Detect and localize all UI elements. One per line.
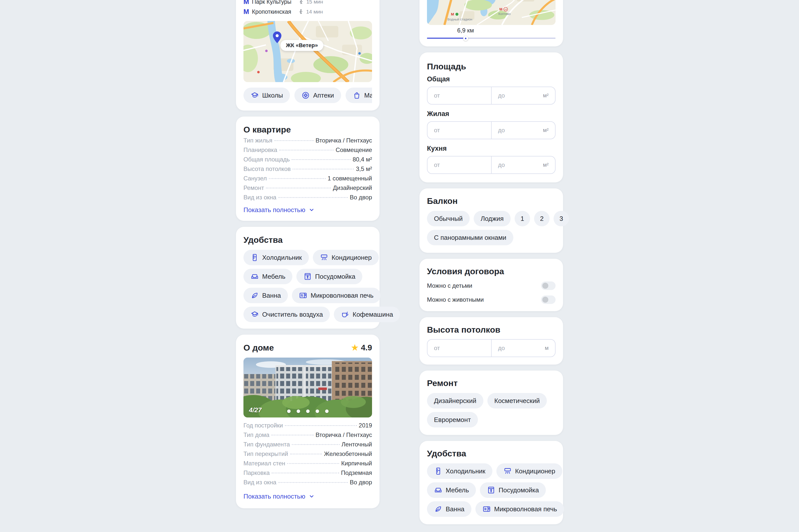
detail-row: Тип фундаментаЛенточный [243,441,372,451]
range-to[interactable]: м [491,340,555,357]
range-from[interactable] [427,122,491,139]
amenity-chip[interactable]: Мебель [243,269,292,284]
area-kitchen-to-input[interactable] [498,162,541,168]
area-kitchen-from-input[interactable] [434,162,485,168]
balcony-count-chip[interactable]: 1 [515,211,530,226]
amenity-chip[interactable]: Холодильник [243,250,309,265]
amenity-chip[interactable]: Кофемашина [334,307,400,322]
map-complex-label[interactable]: ЖК «Ветер» [280,40,323,51]
svg-text:14: 14 [504,8,507,11]
detail-row: Тип домаВторичка / Пентхаус [243,432,372,441]
range-from[interactable] [427,340,491,357]
unit-label: м² [543,92,549,99]
house-photo-carousel[interactable]: 4/27 [243,358,372,417]
renovation-chip[interactable]: Косметический [487,393,547,408]
area-living-to-input[interactable] [498,127,541,134]
metro-station-name: Кропоткинская [252,8,291,15]
detail-row: Материал стенКирпичный [243,460,372,469]
amenity-chip[interactable]: Холодильник [427,463,493,479]
walk-time: 15 мин [298,0,323,5]
area-total-label: Общая [427,75,556,83]
pets-allowed-toggle[interactable] [541,296,556,304]
toggle-row: Можно с детьми [427,281,556,291]
radius-distance-label: 6,9 км [457,27,474,34]
metro-row[interactable]: М Парк Культуры 15 мин [243,0,372,5]
kids-allowed-label: Можно с детьми [427,282,472,289]
radius-slider[interactable] [427,38,556,39]
detail-row: Тип перекрытийЖелезобетонный [243,451,372,460]
detail-row: ПланировкаСовмещение [243,147,372,156]
carousel-dot[interactable] [325,410,329,413]
amenities-filter-card: Удобства Холодильник Кондиционер Мебель … [420,441,563,524]
bath-icon [434,505,443,513]
amenity-chip[interactable]: Очиститель воздуха [243,307,330,322]
unit-label: м² [543,162,549,168]
detail-row: Вид из окнаВо двор [243,479,372,488]
bath-icon [250,291,259,300]
detail-row: Санузел1 совмещенный [243,175,372,185]
area-living-range: м² [427,121,556,139]
radius-map[interactable]: М Водный стадион М 14 Коптево [427,0,556,25]
chevron-down-icon [308,207,315,213]
fridge-icon [434,467,443,475]
carousel-dot[interactable] [297,410,300,413]
range-to[interactable]: м² [491,122,555,139]
amenity-chip[interactable]: Кондиционер [313,250,379,265]
detail-row: ПарковкаПодземная [243,469,372,479]
detail-row: Год постройки2019 [243,422,372,432]
amenity-chip[interactable]: Ванна [243,288,288,303]
renovation-chip[interactable]: Дизайнерский [427,393,483,408]
area-filter-card: Площадь Общая м² Жилая м² Кухня м² [420,52,563,183]
amenity-chip[interactable]: Мебель [427,482,476,498]
location-map[interactable]: ЖК «Ветер» [243,21,372,82]
amenity-chip[interactable]: Микроволновая печь [292,288,380,303]
area-living-from-input[interactable] [434,127,485,134]
shops-button[interactable]: Магазины [346,88,372,103]
balcony-chip[interactable]: С панорамными окнами [427,230,513,245]
air-conditioner-icon [320,253,328,262]
metro-row[interactable]: М Кропоткинская 14 мин [243,8,372,16]
balcony-chip[interactable]: Лоджия [473,211,510,226]
balcony-count-chip[interactable]: 3 [554,211,569,226]
metro-icon: М [243,0,252,6]
amenity-chip[interactable]: Ванна [427,501,471,517]
range-to[interactable]: м² [491,156,555,173]
schools-button[interactable]: Школы [243,88,290,103]
range-from[interactable] [427,156,491,173]
toggle-row: Можно с животными [427,295,556,305]
map-station-label: Коптево [498,12,510,16]
ceiling-range: м [427,339,556,357]
about-house-card: О доме ★ 4.9 [236,335,379,508]
area-total-to-input[interactable] [498,92,541,99]
kids-allowed-toggle[interactable] [541,282,556,290]
coffee-machine-icon [341,310,349,319]
show-all-house-link[interactable]: Показать полностью [243,492,315,501]
amenity-chip[interactable]: Посудомойка [296,269,362,284]
amenity-chip[interactable]: Микроволновая печь [476,501,564,517]
pharmacies-button[interactable]: Аптеки [294,88,341,103]
area-living-label: Жилая [427,110,556,118]
filters-column: М Водный стадион М 14 Коптево 6,9 км Пло… [420,0,563,524]
carousel-dot[interactable] [306,410,310,413]
page: М Парк Культуры 15 мин М Кропоткинская 1… [236,0,563,524]
area-total-from-input[interactable] [434,92,485,99]
amenity-chip[interactable]: Кондиционер [496,463,562,479]
balcony-count-chip[interactable]: 2 [534,211,550,226]
radius-slider-thumb[interactable] [463,36,468,41]
range-from[interactable] [427,87,491,104]
renovation-chip[interactable]: Евроремонт [427,412,478,428]
range-to[interactable]: м² [491,87,555,104]
microwave-icon [482,505,491,513]
show-all-flat-link[interactable]: Показать полностью [243,205,315,214]
poi-buttons-row: Школы Аптеки Магазины [243,88,372,103]
carousel-dot[interactable] [287,410,291,413]
amenity-chip[interactable]: Посудомойка [480,482,546,498]
ceiling-title: Высота потолков [427,325,556,335]
balcony-chip[interactable]: Обычный [427,211,470,226]
shopping-bag-icon [353,91,361,99]
ceiling-to-input[interactable] [498,345,542,352]
carousel-dot[interactable] [316,410,319,413]
dishwasher-icon [303,272,312,281]
pets-allowed-label: Можно с животными [427,296,484,303]
ceiling-from-input[interactable] [434,345,485,352]
